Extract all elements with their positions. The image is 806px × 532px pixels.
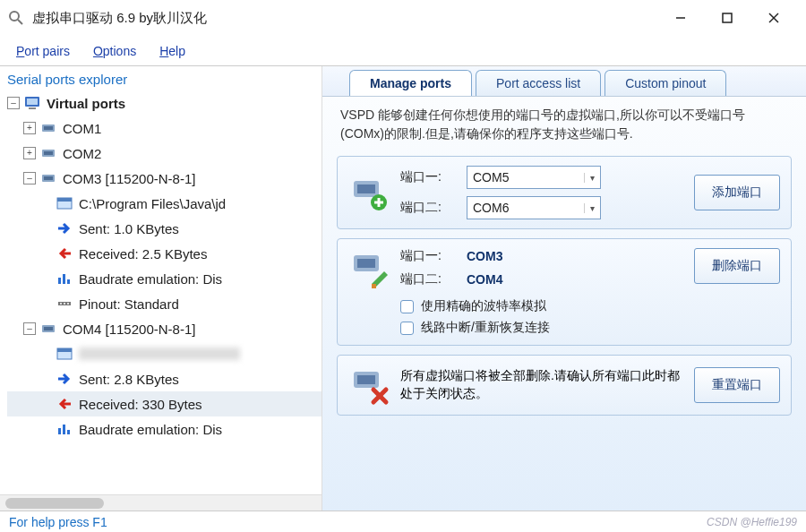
- tree-item-baud[interactable]: Baudrate emulation: Dis: [79, 271, 222, 287]
- svg-rect-27: [57, 348, 72, 352]
- collapse-icon[interactable]: –: [23, 322, 36, 335]
- minimize-button[interactable]: [670, 7, 691, 29]
- port-icon: [39, 145, 57, 161]
- port2-label: 端口二:: [400, 271, 458, 287]
- port1-combo[interactable]: COM5▾: [467, 166, 601, 189]
- tree-item-path-blurred: [79, 348, 240, 360]
- tree-item-com1[interactable]: COM1: [63, 121, 101, 136]
- svg-rect-32: [357, 184, 375, 193]
- tree-item-path[interactable]: C:\Program Files\Java\jd: [79, 196, 226, 211]
- svg-point-0: [10, 12, 19, 21]
- break-reconnect-checkbox[interactable]: 线路中断/重新恢复连接: [400, 320, 683, 336]
- pinout-icon: [56, 296, 73, 312]
- port-icon: [39, 120, 57, 136]
- tree-item-com2[interactable]: COM2: [63, 146, 101, 161]
- collapse-icon[interactable]: –: [23, 172, 36, 184]
- reset-text: 所有虚拟端口将被全部删除.请确认所有端口此时都处于关闭状态。: [400, 367, 683, 402]
- port1-label: 端口一:: [400, 248, 458, 264]
- menu-port-pairs[interactable]: Port pairs: [16, 44, 70, 58]
- scrollbar-thumb[interactable]: [5, 498, 104, 509]
- horizontal-scrollbar[interactable]: [0, 494, 322, 511]
- arrow-right-icon: [56, 371, 73, 387]
- bars-icon: [56, 421, 73, 437]
- port2-combo[interactable]: COM6▾: [467, 196, 601, 219]
- svg-rect-40: [357, 375, 375, 384]
- port1-value: COM5: [473, 170, 509, 184]
- menubar: Port pairs Options Help: [0, 36, 806, 66]
- svg-rect-30: [67, 430, 70, 434]
- chevron-down-icon: ▾: [584, 173, 595, 183]
- arrow-left-icon: [56, 396, 73, 412]
- tree-item-sent[interactable]: Sent: 1.0 KBytes: [79, 221, 179, 236]
- svg-rect-28: [58, 428, 61, 434]
- close-button[interactable]: [763, 7, 785, 29]
- checkbox-icon: [400, 322, 414, 335]
- strict-baudrate-checkbox[interactable]: 使用精确的波特率模拟: [400, 298, 683, 314]
- svg-rect-7: [27, 99, 38, 105]
- tree-item-recv[interactable]: Received: 2.5 KBytes: [79, 246, 207, 262]
- svg-rect-29: [63, 425, 65, 434]
- svg-point-23: [67, 303, 69, 305]
- tree-item-com4[interactable]: COM4 [115200-N-8-1]: [63, 322, 195, 337]
- port-icon: [39, 321, 57, 337]
- tree-item-pinout[interactable]: Pinout: Standard: [79, 296, 179, 312]
- port1-value: COM3: [467, 249, 502, 263]
- svg-rect-12: [44, 151, 53, 155]
- add-pair-button[interactable]: 添加端口: [694, 175, 780, 210]
- port-add-icon: [348, 172, 390, 213]
- reset-button[interactable]: 重置端口: [694, 367, 780, 403]
- status-bar: For help press F1 CSDN @Heffie199: [0, 511, 806, 532]
- status-help-text: For help press F1: [9, 515, 107, 529]
- collapse-icon[interactable]: –: [7, 97, 20, 109]
- arrow-right-icon: [56, 220, 73, 236]
- tree-item-sent[interactable]: Sent: 2.8 KBytes: [79, 372, 179, 387]
- svg-rect-18: [63, 274, 65, 284]
- delete-pair-button[interactable]: 删除端口: [694, 248, 780, 284]
- maximize-button[interactable]: [716, 7, 738, 29]
- tab-manage-ports[interactable]: Manage ports: [349, 70, 472, 96]
- svg-rect-8: [29, 107, 36, 109]
- checkbox-icon: [400, 300, 414, 313]
- svg-rect-17: [58, 278, 61, 284]
- app-window-icon: [56, 195, 73, 211]
- port-edit-icon: [348, 248, 390, 289]
- tree-panel: Serial ports explorer –Virtual ports +CO…: [0, 66, 322, 511]
- tree-item-baud[interactable]: Baudrate emulation: Dis: [79, 422, 222, 437]
- chevron-down-icon: ▾: [584, 203, 595, 213]
- tree-item-com3[interactable]: COM3 [115200-N-8-1]: [63, 171, 195, 186]
- port-icon: [39, 170, 57, 186]
- tabs: Manage ports Port access list Custom pin…: [322, 66, 806, 97]
- app-icon: [7, 9, 25, 27]
- svg-rect-19: [67, 279, 70, 284]
- tree-item-recv[interactable]: Received: 330 Bytes: [79, 397, 202, 412]
- right-panel: Manage ports Port access list Custom pin…: [322, 66, 806, 511]
- watermark: CSDN @Heffie199: [707, 516, 797, 528]
- svg-rect-37: [357, 259, 375, 268]
- svg-line-1: [18, 20, 22, 24]
- svg-rect-25: [44, 327, 53, 330]
- window-title: 虚拟串口驱动 6.9 by耿川汉化: [32, 10, 670, 27]
- ports-tree[interactable]: –Virtual ports +COM1 +COM2 –COM3 [115200…: [0, 90, 322, 494]
- tab-port-access-list[interactable]: Port access list: [476, 70, 601, 96]
- bars-icon: [56, 270, 73, 287]
- tree-root-label: Virtual ports: [47, 96, 125, 111]
- tab-custom-pinout[interactable]: Custom pinout: [604, 70, 726, 96]
- svg-point-21: [60, 303, 62, 305]
- menu-help[interactable]: Help: [159, 44, 185, 58]
- port-delete-icon: [348, 365, 390, 406]
- port1-label: 端口一:: [400, 169, 458, 185]
- checkbox-label: 使用精确的波特率模拟: [421, 298, 546, 314]
- menu-options[interactable]: Options: [93, 44, 136, 58]
- svg-rect-3: [723, 13, 732, 22]
- computer-icon: [23, 95, 41, 111]
- svg-point-22: [64, 303, 65, 305]
- titlebar: 虚拟串口驱动 6.9 by耿川汉化: [0, 0, 806, 36]
- expand-icon[interactable]: +: [23, 122, 36, 134]
- delete-pair-section: 端口一:COM3 端口二:COM4 使用精确的波特率模拟 线路中断/重新恢复连接…: [337, 238, 792, 346]
- svg-rect-16: [57, 198, 72, 202]
- expand-icon[interactable]: +: [23, 147, 36, 159]
- add-pair-section: 端口一: COM5▾ 端口二: COM6▾ 添加端口: [337, 156, 792, 229]
- svg-rect-38: [372, 284, 376, 288]
- reset-section: 所有虚拟端口将被全部删除.请确认所有端口此时都处于关闭状态。 重置端口: [337, 355, 792, 416]
- app-window-icon: [56, 346, 73, 362]
